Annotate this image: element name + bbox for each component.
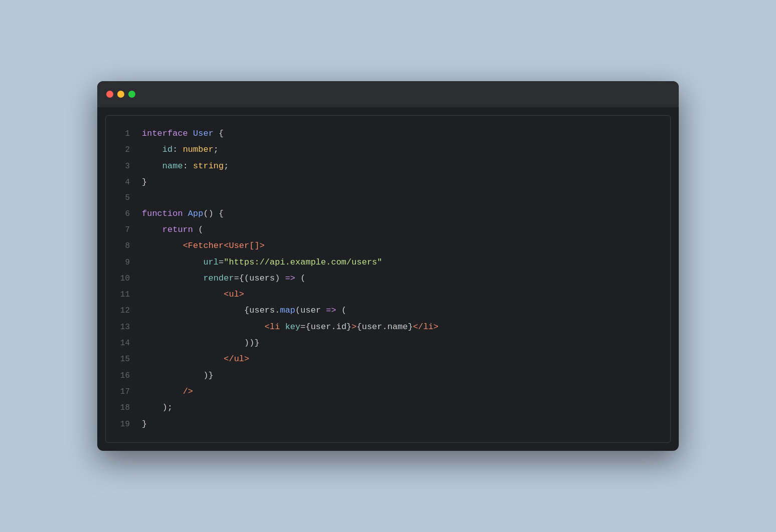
line-number: 2 xyxy=(116,142,130,157)
maximize-button[interactable] xyxy=(128,91,135,98)
code-text: {users.map(user => ( xyxy=(142,303,346,319)
line-number: 12 xyxy=(116,303,130,318)
line-number: 18 xyxy=(116,400,130,415)
line-number: 15 xyxy=(116,352,130,367)
line-number: 11 xyxy=(116,287,130,302)
code-text: } xyxy=(142,416,147,432)
code-text: ); xyxy=(142,400,172,416)
code-line-7: 7 return ( xyxy=(106,222,670,238)
code-line-1: 1 interface User { xyxy=(106,126,670,142)
code-text: url="https://api.example.com/users" xyxy=(142,254,382,271)
line-number: 3 xyxy=(116,159,130,174)
line-number: 4 xyxy=(116,175,130,190)
code-line-13: 13 <li key={user.id}>{user.name}</li> xyxy=(106,319,670,335)
line-number: 9 xyxy=(116,255,130,270)
code-text: name: string; xyxy=(142,158,229,174)
code-line-2: 2 id: number; xyxy=(106,142,670,158)
code-line-5: 5 xyxy=(106,190,670,205)
code-line-4: 4 } xyxy=(106,174,670,190)
code-line-19: 19 } xyxy=(106,416,670,432)
line-number: 16 xyxy=(116,368,130,383)
code-text: interface User { xyxy=(142,126,224,142)
code-line-6: 6 function App() { xyxy=(106,206,670,222)
code-line-15: 15 </ul> xyxy=(106,351,670,367)
code-line-9: 9 url="https://api.example.com/users" xyxy=(106,254,670,271)
code-text: render={(users) => ( xyxy=(142,271,305,287)
code-text: </ul> xyxy=(142,351,249,367)
line-number: 17 xyxy=(116,384,130,399)
line-number: 10 xyxy=(116,271,130,286)
code-line-17: 17 /> xyxy=(106,384,670,400)
line-number: 6 xyxy=(116,206,130,221)
code-editor: 1 interface User { 2 id: number; 3 name:… xyxy=(105,115,671,443)
code-line-3: 3 name: string; xyxy=(106,158,670,174)
minimize-button[interactable] xyxy=(117,91,124,98)
code-text: <ul> xyxy=(142,287,244,303)
code-text: /> xyxy=(142,384,193,400)
code-line-11: 11 <ul> xyxy=(106,287,670,303)
code-line-18: 18 ); xyxy=(106,400,670,416)
line-number: 13 xyxy=(116,320,130,335)
code-line-16: 16 )} xyxy=(106,368,670,384)
code-text: <Fetcher<User[]> xyxy=(142,238,265,254)
code-text: return ( xyxy=(142,222,203,238)
code-window: 1 interface User { 2 id: number; 3 name:… xyxy=(97,81,679,451)
line-number: 7 xyxy=(116,222,130,237)
code-line-8: 8 <Fetcher<User[]> xyxy=(106,238,670,254)
titlebar xyxy=(97,81,679,107)
code-line-10: 10 render={(users) => ( xyxy=(106,271,670,287)
code-text: )} xyxy=(142,368,214,384)
code-text: function App() { xyxy=(142,206,224,222)
line-number: 1 xyxy=(116,126,130,141)
code-text: } xyxy=(142,174,147,190)
close-button[interactable] xyxy=(106,91,113,98)
code-text: ))} xyxy=(142,335,260,351)
code-text: id: number; xyxy=(142,142,219,158)
code-text: <li key={user.id}>{user.name}</li> xyxy=(142,319,439,335)
line-number: 8 xyxy=(116,238,130,253)
line-number: 5 xyxy=(116,190,130,205)
line-number: 19 xyxy=(116,417,130,432)
code-line-12: 12 {users.map(user => ( xyxy=(106,303,670,319)
line-number: 14 xyxy=(116,336,130,351)
code-line-14: 14 ))} xyxy=(106,335,670,351)
